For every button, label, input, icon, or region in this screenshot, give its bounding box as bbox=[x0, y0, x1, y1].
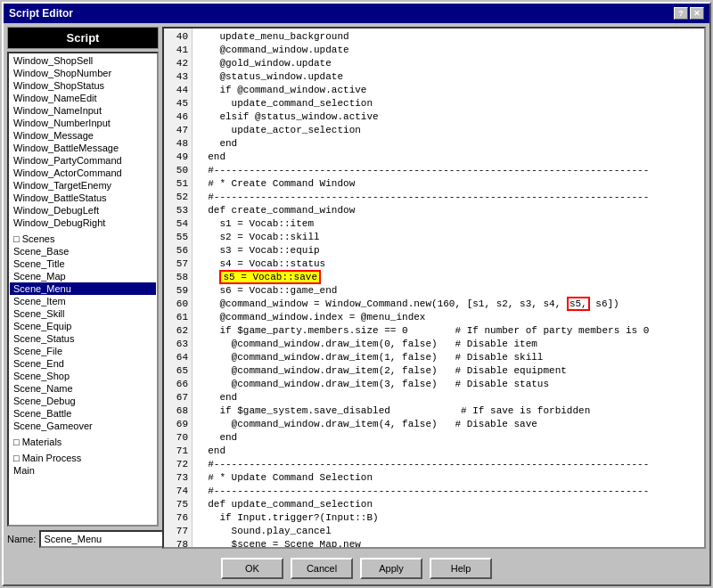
sidebar-item[interactable]: Window_BattleMessage bbox=[10, 142, 156, 154]
line-number: 68 bbox=[168, 404, 188, 418]
sidebar-item[interactable]: Scene_Base bbox=[10, 245, 156, 257]
apply-button[interactable]: Apply bbox=[360, 558, 422, 579]
line-number: 74 bbox=[168, 485, 188, 498]
sidebar-item[interactable]: Scene_Status bbox=[10, 332, 156, 345]
line-number: 78 bbox=[168, 538, 188, 547]
line-number: 63 bbox=[168, 338, 188, 351]
code-line: Sound.play_cancel bbox=[196, 525, 701, 538]
line-number: 77 bbox=[168, 525, 188, 538]
code-line: @command_window.draw_item(1, false) # Di… bbox=[196, 351, 701, 364]
code-line: if @command_window.active bbox=[196, 84, 701, 97]
sidebar-item[interactable]: Scene_Map bbox=[10, 270, 156, 282]
line-number: 41 bbox=[168, 44, 188, 57]
sidebar-item[interactable]: Scene_Menu bbox=[10, 282, 156, 295]
line-number: 60 bbox=[168, 298, 188, 311]
code-line: #---------------------------------------… bbox=[196, 485, 701, 498]
sidebar: Script Window_ShopSellWindow_ShopNumberW… bbox=[7, 27, 159, 549]
line-number: 42 bbox=[168, 57, 188, 70]
sidebar-item[interactable]: Window_Message bbox=[10, 129, 156, 142]
script-editor-dialog: Script Editor ? ✕ Script Window_ShopSell… bbox=[2, 2, 711, 586]
line-number: 55 bbox=[168, 231, 188, 244]
line-number: 44 bbox=[168, 84, 188, 97]
code-line: #---------------------------------------… bbox=[196, 164, 701, 177]
sidebar-item[interactable]: Window_NameEdit bbox=[10, 92, 156, 104]
sidebar-item[interactable]: □ Materials bbox=[10, 436, 156, 448]
sidebar-item[interactable]: Scene_End bbox=[10, 357, 156, 370]
line-numbers: 4041424344454647484950515253545556575859… bbox=[164, 29, 193, 547]
sidebar-item[interactable]: Scene_Shop bbox=[10, 370, 156, 382]
line-number: 59 bbox=[168, 284, 188, 298]
line-number: 66 bbox=[168, 378, 188, 391]
sidebar-item[interactable]: Window_NumberInput bbox=[10, 117, 156, 129]
code-line: end bbox=[196, 151, 701, 164]
line-number: 76 bbox=[168, 511, 188, 525]
name-input[interactable] bbox=[39, 530, 171, 548]
sidebar-item[interactable]: Scene_Title bbox=[10, 257, 156, 270]
sidebar-item[interactable]: Scene_Battle bbox=[10, 407, 156, 420]
code-line: s6 = Vocab::game_end bbox=[196, 284, 701, 298]
sidebar-item[interactable]: Window_BattleStatus bbox=[10, 192, 156, 204]
line-number: 47 bbox=[168, 124, 188, 137]
sidebar-item[interactable]: Scene_Debug bbox=[10, 395, 156, 407]
code-line: @command_window.draw_item(3, false) # Di… bbox=[196, 378, 701, 391]
sidebar-item[interactable]: Scene_Gameover bbox=[10, 420, 156, 432]
help-title-button[interactable]: ? bbox=[674, 7, 688, 20]
code-container: 4041424344454647484950515253545556575859… bbox=[162, 27, 706, 549]
code-line: end bbox=[196, 445, 701, 458]
code-line: if $game_party.members.size == 0 # If nu… bbox=[196, 324, 701, 338]
ok-button[interactable]: OK bbox=[221, 558, 283, 579]
sidebar-item[interactable]: Window_ShopSell bbox=[10, 54, 156, 67]
sidebar-item[interactable]: □ Main Process bbox=[10, 452, 156, 464]
line-number: 46 bbox=[168, 110, 188, 124]
sidebar-item[interactable]: Window_ShopStatus bbox=[10, 79, 156, 92]
sidebar-item[interactable]: □ Scenes bbox=[10, 233, 156, 245]
code-line: def create_command_window bbox=[196, 204, 701, 217]
code-line: @command_window.draw_item(0, false) # Di… bbox=[196, 338, 701, 351]
sidebar-item[interactable]: Scene_File bbox=[10, 345, 156, 357]
code-line: # * Create Command Window bbox=[196, 177, 701, 191]
name-row: Name: bbox=[7, 529, 159, 549]
code-line: #---------------------------------------… bbox=[196, 191, 701, 204]
sidebar-item[interactable]: Window_DebugRight bbox=[10, 216, 156, 229]
sidebar-item[interactable]: Main bbox=[10, 464, 156, 477]
code-line: end bbox=[196, 137, 701, 151]
sidebar-item[interactable]: Scene_Item bbox=[10, 295, 156, 307]
line-number: 53 bbox=[168, 204, 188, 217]
name-label: Name: bbox=[7, 534, 36, 544]
line-number: 72 bbox=[168, 458, 188, 471]
cancel-button[interactable]: Cancel bbox=[291, 558, 353, 579]
code-line: update_actor_selection bbox=[196, 124, 701, 137]
code-line: $scene = Scene_Map.new bbox=[196, 538, 701, 547]
title-bar-buttons: ? ✕ bbox=[674, 7, 704, 20]
sidebar-item[interactable]: Window_ActorCommand bbox=[10, 167, 156, 179]
line-number: 43 bbox=[168, 70, 188, 84]
line-number: 52 bbox=[168, 191, 188, 204]
line-number: 62 bbox=[168, 324, 188, 338]
line-number: 54 bbox=[168, 217, 188, 231]
sidebar-item[interactable]: Window_NameInput bbox=[10, 104, 156, 117]
code-content[interactable]: update_menu_background @command_window.u… bbox=[193, 29, 704, 547]
help-button[interactable]: Help bbox=[430, 558, 492, 579]
title-text: Script Editor bbox=[9, 7, 73, 20]
sidebar-header: Script bbox=[7, 27, 159, 49]
sidebar-item[interactable]: Window_ShopNumber bbox=[10, 67, 156, 79]
code-line: update_menu_background bbox=[196, 30, 701, 44]
line-number: 56 bbox=[168, 244, 188, 257]
bottom-bar: OK Cancel Apply Help bbox=[4, 552, 709, 584]
code-line: @status_window.update bbox=[196, 70, 701, 84]
line-number: 65 bbox=[168, 364, 188, 378]
sidebar-item[interactable]: Scene_Skill bbox=[10, 307, 156, 320]
sidebar-item[interactable]: Window_TargetEnemy bbox=[10, 179, 156, 192]
sidebar-list[interactable]: Window_ShopSellWindow_ShopNumberWindow_S… bbox=[7, 52, 159, 527]
code-line: @command_window.index = @menu_index bbox=[196, 311, 701, 324]
sidebar-item[interactable]: Scene_Name bbox=[10, 382, 156, 395]
sidebar-item[interactable]: Scene_Equip bbox=[10, 320, 156, 332]
title-bar: Script Editor ? ✕ bbox=[4, 4, 709, 23]
code-line: s2 = Vocab::skill bbox=[196, 231, 701, 244]
line-number: 73 bbox=[168, 471, 188, 485]
close-title-button[interactable]: ✕ bbox=[690, 7, 704, 20]
sidebar-item[interactable]: Window_DebugLeft bbox=[10, 204, 156, 216]
line-number: 51 bbox=[168, 177, 188, 191]
sidebar-item[interactable]: Window_PartyCommand bbox=[10, 154, 156, 167]
line-number: 57 bbox=[168, 257, 188, 271]
